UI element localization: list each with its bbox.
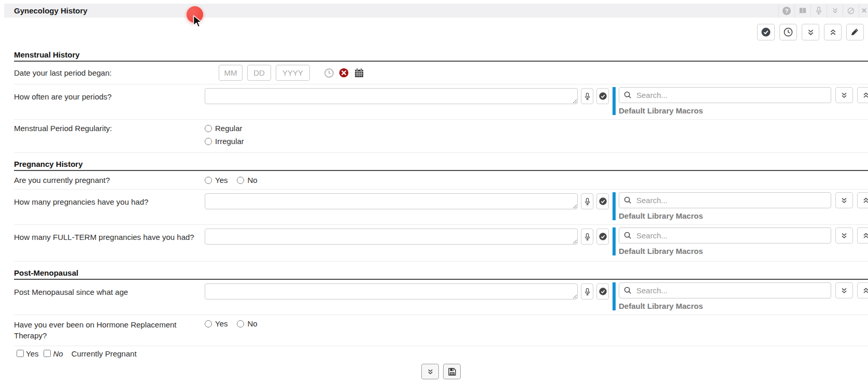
radio-option-no[interactable]: No	[237, 176, 257, 184]
form-footer-buttons	[14, 364, 868, 379]
macro-expand-button[interactable]	[835, 282, 853, 298]
confirm-check-button[interactable]	[596, 229, 609, 245]
macro-collapse-button[interactable]	[857, 282, 868, 298]
question-row-currently-pregnant: Are you currently pregnant? Yes No	[14, 171, 868, 190]
macro-expand-button[interactable]	[835, 87, 853, 103]
macro-search-box	[619, 87, 831, 103]
radio-option-irregular[interactable]: Irregular	[205, 137, 244, 146]
question-label: How many FULL-TERM pregnancies have you …	[14, 229, 205, 261]
macro-panel-title: Default Library Macros	[619, 211, 703, 220]
radio-option-yes[interactable]: Yes	[205, 176, 227, 184]
form-header-bar: Gynecology History ? ✕	[4, 4, 868, 18]
search-icon	[623, 196, 632, 205]
macro-library-panel: Default Library Macros ▲	[613, 87, 868, 115]
microphone-icon[interactable]	[810, 4, 827, 18]
macro-collapse-button[interactable]	[857, 192, 868, 208]
macro-panel-title: Default Library Macros	[619, 106, 703, 115]
date-input-group	[219, 65, 365, 81]
question-label: Are you currently pregnant?	[14, 176, 205, 184]
year-input[interactable]	[276, 65, 310, 81]
yes-checkbox[interactable]	[17, 350, 24, 357]
expand-all-button[interactable]	[802, 24, 819, 40]
time-icon[interactable]	[324, 68, 334, 78]
macro-search-box	[619, 282, 831, 298]
yes-radio[interactable]	[205, 177, 212, 184]
month-input[interactable]	[219, 65, 243, 81]
header-icon-group: ? ✕	[778, 4, 868, 18]
search-icon	[623, 286, 632, 295]
radio-option-no[interactable]: No	[237, 319, 257, 328]
macro-collapse-button[interactable]	[857, 227, 868, 244]
question-row-period-frequency: How often are your periods?	[14, 84, 868, 120]
currently-pregnant-status-row: Yes No Currently Pregnant	[14, 346, 868, 361]
macro-library-panel: Default Library Macros ▲	[613, 227, 868, 255]
question-row-hrt: Have you ever been on Hormone Replacemen…	[14, 315, 868, 346]
form-toolbar	[757, 24, 864, 40]
macro-expand-button[interactable]	[835, 192, 853, 208]
question-label: Post Menopausal since what age	[14, 283, 205, 315]
day-input[interactable]	[247, 65, 271, 81]
period-frequency-textarea[interactable]	[205, 88, 578, 104]
book-icon[interactable]	[794, 4, 810, 18]
post-menopausal-age-textarea[interactable]	[205, 283, 578, 300]
macro-search-input[interactable]	[635, 195, 827, 205]
no-checkbox[interactable]	[44, 350, 51, 357]
collapse-icon[interactable]	[827, 4, 843, 18]
question-label: Date your last period began:	[14, 68, 205, 77]
confirm-check-button[interactable]	[596, 88, 609, 104]
regular-radio[interactable]	[205, 125, 212, 132]
question-label: Have you ever been on Hormone Replacemen…	[14, 319, 205, 341]
expand-section-button[interactable]	[421, 364, 439, 379]
question-row-post-menopausal-age: Post Menopausal since what age	[14, 280, 868, 315]
confirm-check-button[interactable]	[596, 283, 609, 300]
status-row-label: Currently Pregnant	[72, 349, 137, 358]
search-icon	[623, 91, 632, 99]
question-label: Menstrual Period Regularity:	[14, 124, 205, 152]
macro-search-input[interactable]	[635, 231, 827, 240]
search-icon	[623, 231, 632, 240]
save-button[interactable]	[443, 364, 461, 379]
question-label: How often are your periods?	[14, 88, 205, 119]
no-radio[interactable]	[237, 320, 244, 327]
edit-icon[interactable]	[846, 24, 864, 40]
macro-library-panel: Default Library Macros ▲	[613, 192, 868, 220]
check-circle-button[interactable]	[757, 24, 775, 40]
macro-panel-title: Default Library Macros	[619, 302, 703, 310]
yes-radio[interactable]	[205, 320, 212, 327]
full-term-count-textarea[interactable]	[205, 229, 578, 245]
close-icon[interactable]: ✕	[859, 4, 868, 18]
macro-search-box	[619, 227, 831, 244]
collapse-all-button[interactable]	[824, 24, 842, 40]
macro-search-input[interactable]	[635, 286, 827, 295]
radio-option-yes[interactable]: Yes	[205, 319, 227, 328]
block-icon[interactable]	[843, 4, 859, 18]
macro-expand-button[interactable]	[835, 227, 853, 244]
section-pregnancy-history: Pregnancy History	[14, 160, 868, 171]
radio-option-regular[interactable]: Regular	[205, 124, 244, 133]
form-title: Gynecology History	[14, 6, 88, 15]
dictate-microphone-button[interactable]	[581, 229, 593, 245]
question-row-pregnancy-count: How many pregnancies have you had?	[14, 190, 868, 225]
macro-search-box	[619, 192, 831, 208]
confirm-check-button[interactable]	[596, 193, 609, 209]
no-radio[interactable]	[237, 177, 244, 184]
calendar-icon[interactable]	[353, 67, 365, 79]
section-post-menopausal: Post-Menopausal	[14, 268, 868, 280]
checkbox-option-no[interactable]: No	[44, 349, 63, 358]
dictate-microphone-button[interactable]	[581, 88, 593, 104]
clear-date-icon[interactable]	[338, 67, 349, 78]
question-label: How many pregnancies have you had?	[14, 193, 205, 224]
mouse-cursor	[193, 15, 205, 29]
clock-button[interactable]	[779, 24, 797, 40]
macro-search-input[interactable]	[635, 90, 827, 100]
pregnancy-count-textarea[interactable]	[205, 193, 578, 209]
macro-collapse-button[interactable]	[857, 87, 868, 103]
question-row-regularity: Menstrual Period Regularity: Regular Irr…	[14, 120, 868, 153]
checkbox-option-yes[interactable]: Yes	[17, 349, 38, 358]
dictate-microphone-button[interactable]	[581, 283, 593, 300]
irregular-radio[interactable]	[205, 138, 212, 145]
form-body: Menstrual History Date your last period …	[14, 50, 868, 379]
help-icon[interactable]: ?	[778, 4, 794, 18]
macro-panel-title: Default Library Macros	[619, 247, 703, 255]
dictate-microphone-button[interactable]	[581, 193, 593, 209]
